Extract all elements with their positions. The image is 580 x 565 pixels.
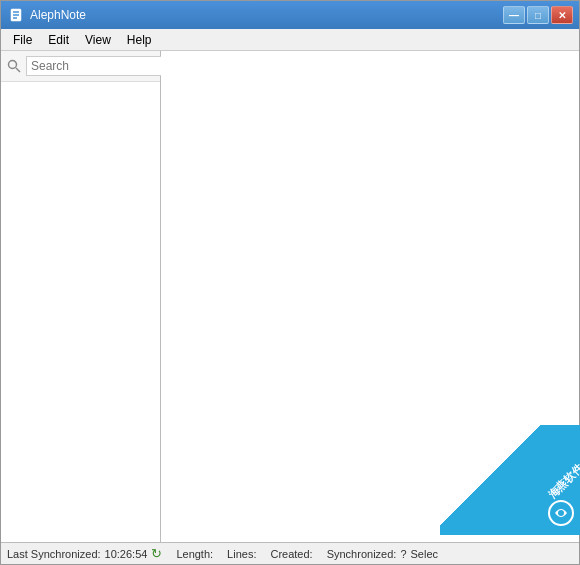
length-label: Length: [176,548,213,560]
search-bar: + [1,51,160,82]
window-title: AlephNote [30,8,86,22]
minimize-button[interactable]: — [503,6,525,24]
select-label: Selec [411,548,439,560]
svg-point-4 [9,61,17,69]
menu-edit[interactable]: Edit [40,29,77,51]
menu-view[interactable]: View [77,29,119,51]
status-bar: Last Synchronized: 10:26:54 ↻ Length: Li… [1,542,579,564]
svg-line-5 [16,68,20,72]
window-controls: — □ ✕ [503,6,573,24]
search-icon [5,57,23,75]
lines-label: Lines: [227,548,256,560]
sync-label: Last Synchronized: [7,548,101,560]
title-bar: AlephNote — □ ✕ [1,1,579,29]
sync-icon: ↻ [151,546,162,561]
main-window: AlephNote — □ ✕ File Edit View Help [0,0,580,565]
note-list [1,82,160,542]
maximize-button[interactable]: □ [527,6,549,24]
app-icon [9,7,25,23]
created-label: Created: [270,548,312,560]
editor-textarea[interactable] [161,51,579,542]
close-button[interactable]: ✕ [551,6,573,24]
title-bar-left: AlephNote [9,7,86,23]
editor-area [161,51,579,542]
sidebar: + [1,51,161,542]
synchronized-label: Synchronized: [327,548,397,560]
synchronized-value: ? [400,548,406,560]
menu-help[interactable]: Help [119,29,160,51]
main-content: + [1,51,579,542]
sync-time: 10:26:54 [105,548,148,560]
menu-bar: File Edit View Help [1,29,579,51]
menu-file[interactable]: File [5,29,40,51]
